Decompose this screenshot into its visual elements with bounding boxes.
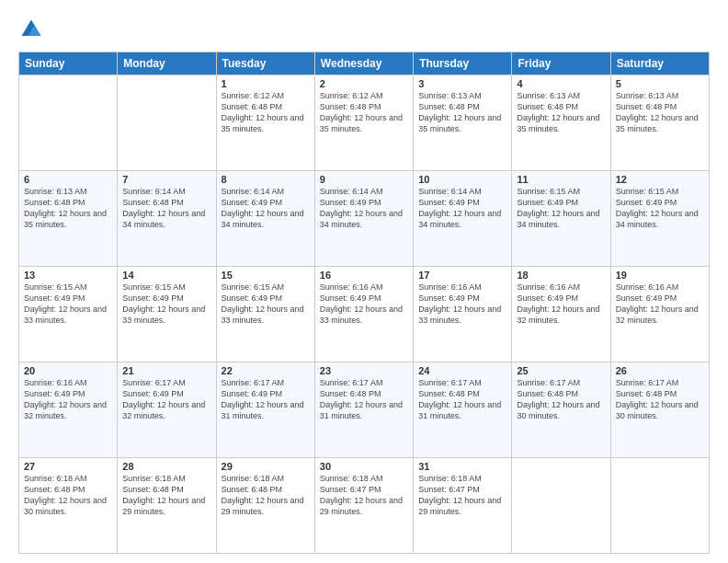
day-info: Sunrise: 6:17 AM Sunset: 6:48 PM Dayligh…: [517, 377, 605, 422]
day-number: 19: [616, 270, 704, 281]
col-header-saturday: Saturday: [610, 52, 709, 75]
col-header-sunday: Sunday: [19, 52, 118, 75]
calendar-cell: [118, 75, 216, 171]
col-header-wednesday: Wednesday: [314, 52, 413, 75]
week-row-1: 1Sunrise: 6:12 AM Sunset: 6:48 PM Daylig…: [19, 75, 710, 171]
day-info: Sunrise: 6:16 AM Sunset: 6:49 PM Dayligh…: [320, 282, 408, 327]
day-number: 11: [517, 174, 605, 185]
day-info: Sunrise: 6:16 AM Sunset: 6:49 PM Dayligh…: [418, 282, 506, 327]
calendar-cell: 26Sunrise: 6:17 AM Sunset: 6:48 PM Dayli…: [610, 362, 709, 458]
day-info: Sunrise: 6:18 AM Sunset: 6:48 PM Dayligh…: [24, 473, 112, 518]
day-info: Sunrise: 6:15 AM Sunset: 6:49 PM Dayligh…: [616, 186, 704, 231]
day-number: 12: [616, 174, 704, 185]
calendar-cell: 22Sunrise: 6:17 AM Sunset: 6:49 PM Dayli…: [216, 362, 314, 458]
day-info: Sunrise: 6:14 AM Sunset: 6:49 PM Dayligh…: [320, 186, 408, 231]
col-header-tuesday: Tuesday: [216, 52, 314, 75]
day-number: 5: [616, 78, 704, 89]
calendar-cell: 15Sunrise: 6:15 AM Sunset: 6:49 PM Dayli…: [216, 267, 314, 362]
day-number: 23: [320, 365, 408, 376]
day-number: 20: [24, 365, 112, 376]
day-number: 25: [517, 365, 605, 376]
week-row-3: 13Sunrise: 6:15 AM Sunset: 6:49 PM Dayli…: [19, 267, 710, 362]
calendar-cell: 16Sunrise: 6:16 AM Sunset: 6:49 PM Dayli…: [314, 267, 413, 362]
calendar-cell: 8Sunrise: 6:14 AM Sunset: 6:49 PM Daylig…: [216, 171, 314, 267]
calendar-cell: 27Sunrise: 6:18 AM Sunset: 6:48 PM Dayli…: [19, 458, 118, 554]
calendar-cell: 20Sunrise: 6:16 AM Sunset: 6:49 PM Dayli…: [19, 362, 118, 458]
day-number: 10: [418, 174, 506, 185]
calendar-cell: 7Sunrise: 6:14 AM Sunset: 6:48 PM Daylig…: [118, 171, 216, 267]
calendar-cell: [19, 75, 118, 171]
day-info: Sunrise: 6:13 AM Sunset: 6:48 PM Dayligh…: [24, 186, 112, 231]
day-number: 27: [24, 461, 112, 472]
day-info: Sunrise: 6:18 AM Sunset: 6:47 PM Dayligh…: [320, 473, 408, 518]
calendar-cell: 24Sunrise: 6:17 AM Sunset: 6:48 PM Dayli…: [414, 362, 512, 458]
calendar-table: SundayMondayTuesdayWednesdayThursdayFrid…: [18, 52, 710, 554]
day-number: 24: [418, 365, 506, 376]
day-info: Sunrise: 6:15 AM Sunset: 6:49 PM Dayligh…: [24, 282, 112, 327]
day-info: Sunrise: 6:17 AM Sunset: 6:49 PM Dayligh…: [122, 377, 210, 422]
calendar-cell: 2Sunrise: 6:12 AM Sunset: 6:48 PM Daylig…: [314, 75, 413, 171]
day-info: Sunrise: 6:17 AM Sunset: 6:48 PM Dayligh…: [320, 377, 408, 422]
day-number: 28: [122, 461, 210, 472]
day-number: 16: [320, 270, 408, 281]
day-info: Sunrise: 6:17 AM Sunset: 6:48 PM Dayligh…: [616, 377, 704, 422]
calendar-cell: [610, 458, 709, 554]
calendar-cell: 31Sunrise: 6:18 AM Sunset: 6:47 PM Dayli…: [414, 458, 512, 554]
day-info: Sunrise: 6:14 AM Sunset: 6:49 PM Dayligh…: [418, 186, 506, 231]
calendar-cell: 11Sunrise: 6:15 AM Sunset: 6:49 PM Dayli…: [512, 171, 610, 267]
day-number: 14: [122, 270, 210, 281]
page: SundayMondayTuesdayWednesdayThursdayFrid…: [0, 0, 728, 563]
day-info: Sunrise: 6:16 AM Sunset: 6:49 PM Dayligh…: [24, 377, 112, 422]
calendar-cell: 1Sunrise: 6:12 AM Sunset: 6:48 PM Daylig…: [216, 75, 314, 171]
day-number: 17: [418, 270, 506, 281]
day-info: Sunrise: 6:16 AM Sunset: 6:49 PM Dayligh…: [517, 282, 605, 327]
day-info: Sunrise: 6:15 AM Sunset: 6:49 PM Dayligh…: [122, 282, 210, 327]
day-number: 18: [517, 270, 605, 281]
calendar-cell: 25Sunrise: 6:17 AM Sunset: 6:48 PM Dayli…: [512, 362, 610, 458]
calendar-cell: 14Sunrise: 6:15 AM Sunset: 6:49 PM Dayli…: [118, 267, 216, 362]
week-row-5: 27Sunrise: 6:18 AM Sunset: 6:48 PM Dayli…: [19, 458, 710, 554]
day-number: 1: [222, 78, 310, 89]
col-header-monday: Monday: [118, 52, 216, 75]
calendar-cell: 21Sunrise: 6:17 AM Sunset: 6:49 PM Dayli…: [118, 362, 216, 458]
day-number: 21: [122, 365, 210, 376]
day-info: Sunrise: 6:13 AM Sunset: 6:48 PM Dayligh…: [418, 90, 506, 135]
logo-icon: [18, 17, 44, 42]
header-row: SundayMondayTuesdayWednesdayThursdayFrid…: [19, 52, 710, 75]
day-number: 15: [222, 270, 310, 281]
week-row-2: 6Sunrise: 6:13 AM Sunset: 6:48 PM Daylig…: [19, 171, 710, 267]
day-number: 3: [418, 78, 506, 89]
day-number: 9: [320, 174, 408, 185]
calendar-cell: 29Sunrise: 6:18 AM Sunset: 6:48 PM Dayli…: [216, 458, 314, 554]
day-info: Sunrise: 6:17 AM Sunset: 6:48 PM Dayligh…: [418, 377, 506, 422]
day-number: 13: [24, 270, 112, 281]
day-info: Sunrise: 6:12 AM Sunset: 6:48 PM Dayligh…: [222, 90, 310, 135]
day-info: Sunrise: 6:18 AM Sunset: 6:48 PM Dayligh…: [122, 473, 210, 518]
calendar-cell: 13Sunrise: 6:15 AM Sunset: 6:49 PM Dayli…: [19, 267, 118, 362]
day-info: Sunrise: 6:18 AM Sunset: 6:47 PM Dayligh…: [418, 473, 506, 518]
calendar-cell: 12Sunrise: 6:15 AM Sunset: 6:49 PM Dayli…: [610, 171, 709, 267]
day-number: 4: [517, 78, 605, 89]
col-header-thursday: Thursday: [414, 52, 512, 75]
day-info: Sunrise: 6:13 AM Sunset: 6:48 PM Dayligh…: [616, 90, 704, 135]
calendar-cell: 28Sunrise: 6:18 AM Sunset: 6:48 PM Dayli…: [118, 458, 216, 554]
day-number: 8: [222, 174, 310, 185]
calendar-cell: 18Sunrise: 6:16 AM Sunset: 6:49 PM Dayli…: [512, 267, 610, 362]
day-info: Sunrise: 6:12 AM Sunset: 6:48 PM Dayligh…: [320, 90, 408, 135]
day-number: 22: [222, 365, 310, 376]
calendar-cell: 23Sunrise: 6:17 AM Sunset: 6:48 PM Dayli…: [314, 362, 413, 458]
calendar-cell: 3Sunrise: 6:13 AM Sunset: 6:48 PM Daylig…: [414, 75, 512, 171]
day-info: Sunrise: 6:14 AM Sunset: 6:49 PM Dayligh…: [222, 186, 310, 231]
calendar-cell: 19Sunrise: 6:16 AM Sunset: 6:49 PM Dayli…: [610, 267, 709, 362]
day-number: 7: [122, 174, 210, 185]
col-header-friday: Friday: [512, 52, 610, 75]
day-info: Sunrise: 6:15 AM Sunset: 6:49 PM Dayligh…: [222, 282, 310, 327]
calendar-cell: 6Sunrise: 6:13 AM Sunset: 6:48 PM Daylig…: [19, 171, 118, 267]
calendar-cell: 4Sunrise: 6:13 AM Sunset: 6:48 PM Daylig…: [512, 75, 610, 171]
day-info: Sunrise: 6:18 AM Sunset: 6:48 PM Dayligh…: [222, 473, 310, 518]
day-info: Sunrise: 6:16 AM Sunset: 6:49 PM Dayligh…: [616, 282, 704, 327]
header: [18, 17, 710, 42]
calendar-cell: [512, 458, 610, 554]
day-info: Sunrise: 6:15 AM Sunset: 6:49 PM Dayligh…: [517, 186, 605, 231]
calendar-cell: 5Sunrise: 6:13 AM Sunset: 6:48 PM Daylig…: [610, 75, 709, 171]
